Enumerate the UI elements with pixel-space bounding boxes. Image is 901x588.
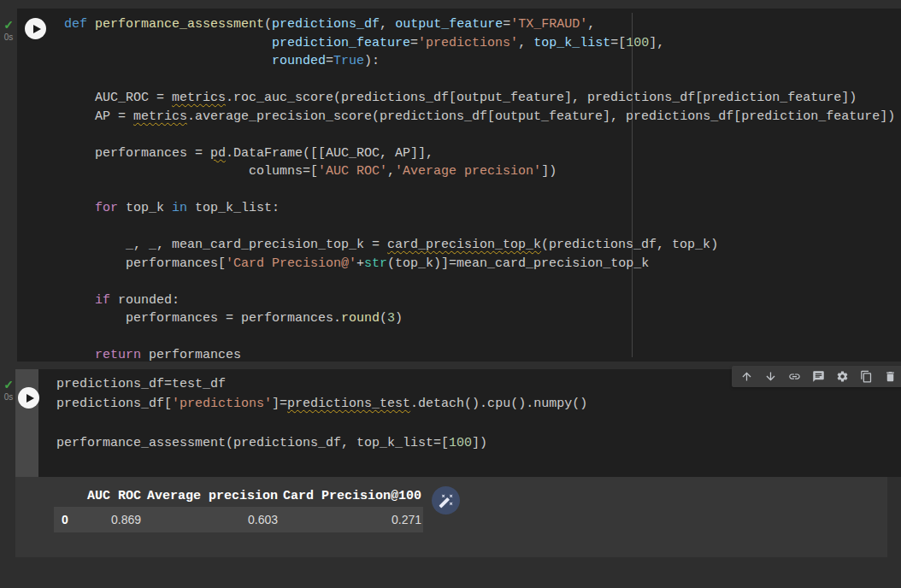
- code-line[interactable]: AP = metrics.average_precision_score(pre…: [64, 108, 895, 126]
- code-token: AP =: [64, 109, 133, 124]
- index-column-header: [54, 485, 87, 507]
- table-cell: 0.603: [143, 507, 280, 532]
- code-token: predictions_df=test_df: [56, 377, 226, 391]
- code-line[interactable]: [64, 273, 895, 291]
- code-token: ]): [472, 436, 487, 450]
- code-token: 100: [449, 436, 472, 450]
- table-cell: 0.869: [87, 507, 143, 532]
- code-token: str: [364, 256, 387, 271]
- suggest-charts-button[interactable]: [432, 486, 460, 514]
- code-line[interactable]: [64, 71, 895, 90]
- code-token: [64, 201, 95, 215]
- code-line[interactable]: [64, 218, 895, 237]
- code-token: top_k: [118, 201, 172, 215]
- code-token: 'TX_FRAUD': [510, 17, 587, 32]
- code-line[interactable]: return performances: [64, 346, 895, 365]
- code-line[interactable]: def performance_assessment(predictions_d…: [64, 15, 895, 34]
- code-token: +: [356, 256, 364, 271]
- code-token: ,: [587, 17, 595, 32]
- code-token: =[: [610, 36, 626, 50]
- code-token: ]): [541, 164, 556, 179]
- code-token: top_k_list: [533, 36, 610, 50]
- column-header: AUC ROC: [87, 485, 143, 507]
- code-token: return: [95, 348, 141, 362]
- code-token: (predictions_df, top_k): [541, 238, 718, 252]
- code-token: round: [341, 311, 380, 326]
- code-token: [64, 348, 95, 362]
- code-editor[interactable]: def performance_assessment(predictions_d…: [64, 15, 895, 365]
- code-line[interactable]: prediction_feature='predictions', top_k_…: [64, 34, 895, 53]
- code-token: metrics: [133, 109, 187, 124]
- selected-cell-gutter: [15, 369, 38, 477]
- table-cell: 0.271: [280, 507, 423, 532]
- cell-toolbar: [732, 366, 901, 387]
- code-line[interactable]: performances['Card Precision@'+str(top_k…: [64, 255, 895, 273]
- code-token: 'predictions': [172, 397, 272, 411]
- code-token: rounded:: [110, 293, 180, 308]
- code-token: (: [264, 17, 272, 32]
- code-token: performances: [141, 348, 241, 362]
- code-line[interactable]: rounded=True):: [64, 52, 895, 71]
- code-line[interactable]: performances = performances.round(3): [64, 309, 895, 328]
- code-token: columns=[: [64, 164, 318, 179]
- code-token: pd: [210, 146, 226, 161]
- code-line[interactable]: for top_k in top_k_list:: [64, 199, 895, 218]
- code-token: .roc_auc_score(predictions_df[output_fea…: [226, 91, 857, 105]
- code-line[interactable]: [56, 414, 587, 433]
- code-line[interactable]: predictions_df=test_df: [56, 374, 587, 394]
- code-line[interactable]: predictions_df['predictions']=prediction…: [56, 394, 587, 414]
- play-icon: [33, 25, 41, 33]
- code-line[interactable]: [64, 126, 895, 144]
- code-token: ,: [380, 17, 395, 32]
- code-line[interactable]: AUC_ROC = metrics.roc_auc_score(predicti…: [64, 89, 895, 108]
- move-cell-down-icon[interactable]: [762, 368, 780, 385]
- open-editor-settings-icon[interactable]: [833, 368, 851, 385]
- code-line[interactable]: [64, 181, 895, 200]
- code-token: ,: [387, 164, 395, 179]
- code-token: 'Card Precision@': [226, 256, 356, 271]
- code-line[interactable]: if rounded:: [64, 291, 895, 310]
- code-token: AUC_ROC =: [64, 91, 172, 105]
- code-token: performances =: [64, 146, 210, 161]
- code-line[interactable]: [64, 328, 895, 347]
- code-token: 'Average precision': [395, 164, 541, 179]
- add-comment-icon[interactable]: [810, 368, 827, 385]
- code-token: =: [410, 36, 418, 50]
- code-token: performance_assessment(predictions_df, t…: [56, 436, 449, 450]
- code-token: performances[: [64, 256, 226, 271]
- run-cell-button[interactable]: [25, 18, 46, 39]
- magic-wand-icon: [439, 493, 454, 509]
- code-token: performances = performances.: [64, 311, 341, 326]
- copy-link-to-cell-icon[interactable]: [786, 368, 804, 385]
- move-cell-up-icon[interactable]: [738, 368, 756, 385]
- code-token: card_precision_top_k: [387, 238, 541, 252]
- code-token: for: [95, 201, 118, 215]
- code-token: predictions_df: [272, 17, 380, 32]
- code-token: in: [172, 201, 187, 215]
- code-line[interactable]: columns=['AUC ROC','Average precision']): [64, 162, 895, 181]
- code-token: prediction_feature: [272, 36, 410, 50]
- cell-execution-status: ✓ 0s: [1, 379, 16, 402]
- cell-execution-status: ✓ 0s: [1, 19, 16, 42]
- code-token: [64, 54, 272, 68]
- code-token: .DataFrame([[AUC_ROC, AP]],: [226, 146, 433, 161]
- code-line[interactable]: performances = pd.DataFrame([[AUC_ROC, A…: [64, 144, 895, 163]
- code-token: performance_assessment: [95, 17, 264, 32]
- code-token: ): [395, 311, 403, 326]
- code-token: 3: [387, 311, 395, 326]
- execution-time: 0s: [1, 392, 16, 402]
- code-editor[interactable]: predictions_df=test_dfpredictions_df['pr…: [56, 374, 587, 453]
- code-token: predictions_df[: [56, 397, 172, 411]
- delete-cell-icon[interactable]: [881, 368, 899, 385]
- play-icon: [26, 394, 34, 403]
- dataframe-table: AUC ROCAverage precisionCard Precision@1…: [54, 485, 423, 532]
- code-token: 'AUC ROC': [318, 164, 387, 179]
- run-cell-button[interactable]: [18, 387, 39, 409]
- code-cell-1: def performance_assessment(predictions_d…: [17, 9, 901, 362]
- code-token: metrics: [172, 91, 226, 105]
- code-line[interactable]: performance_assessment(predictions_df, t…: [56, 433, 587, 453]
- code-line[interactable]: _, _, mean_card_precision_top_k = card_p…: [64, 236, 895, 255]
- cell-output-area: AUC ROCAverage precisionCard Precision@1…: [15, 477, 887, 557]
- code-token: def: [64, 17, 95, 32]
- mirror-cell-in-tab-icon[interactable]: [857, 368, 875, 385]
